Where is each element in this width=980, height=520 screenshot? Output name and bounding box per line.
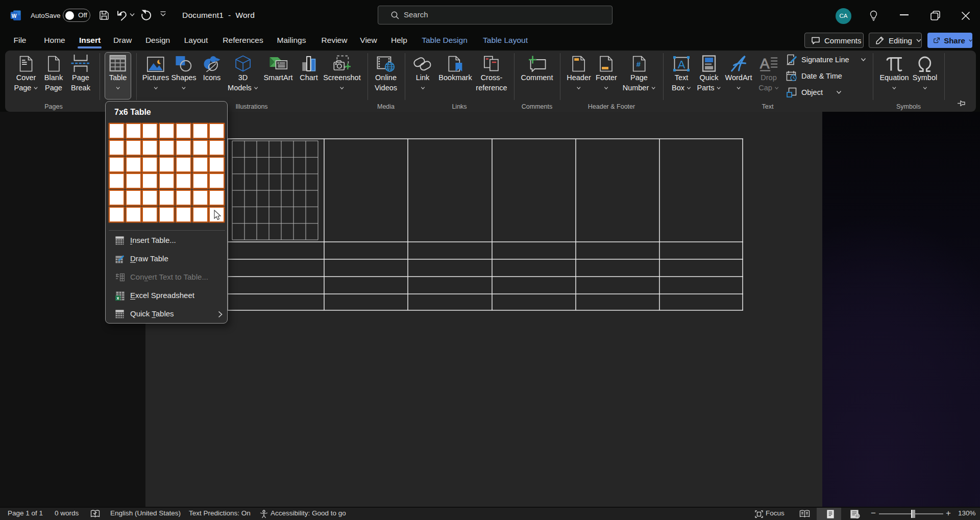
svg-text:W: W	[12, 13, 17, 19]
svg-text:x: x	[116, 295, 119, 301]
svg-text:#: #	[636, 60, 641, 68]
svg-text:A: A	[678, 58, 685, 71]
svg-text:A: A	[760, 56, 770, 71]
